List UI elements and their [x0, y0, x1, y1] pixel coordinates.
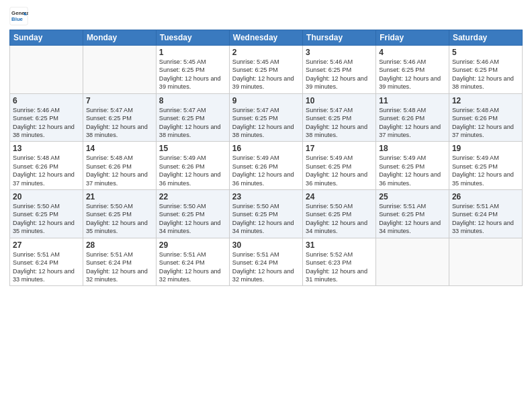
day-number: 26 — [452, 192, 519, 201]
day-info: Sunrise: 5:51 AM Sunset: 6:24 PM Dayligh… — [13, 250, 80, 284]
day-info: Sunrise: 5:48 AM Sunset: 6:26 PM Dayligh… — [379, 106, 446, 140]
day-info: Sunrise: 5:51 AM Sunset: 6:24 PM Dayligh… — [232, 250, 300, 284]
day-number: 11 — [379, 96, 446, 105]
calendar-cell — [83, 46, 156, 94]
day-info: Sunrise: 5:47 AM Sunset: 6:25 PM Dayligh… — [232, 106, 300, 140]
calendar-cell: 18Sunrise: 5:49 AM Sunset: 6:25 PM Dayli… — [376, 142, 449, 190]
calendar-cell: 7Sunrise: 5:47 AM Sunset: 6:25 PM Daylig… — [83, 93, 156, 142]
calendar-cell: 29Sunrise: 5:51 AM Sunset: 6:24 PM Dayli… — [156, 238, 229, 286]
day-number: 7 — [86, 96, 153, 105]
calendar-day-header: Sunday — [10, 30, 83, 46]
calendar-cell: 15Sunrise: 5:49 AM Sunset: 6:26 PM Dayli… — [156, 142, 229, 190]
day-number: 23 — [232, 192, 300, 201]
day-number: 2 — [232, 48, 300, 57]
day-number: 1 — [159, 48, 226, 57]
calendar-cell: 21Sunrise: 5:50 AM Sunset: 6:25 PM Dayli… — [83, 190, 156, 238]
day-number: 28 — [86, 240, 153, 250]
calendar-day-header: Friday — [376, 30, 449, 46]
day-info: Sunrise: 5:50 AM Sunset: 6:25 PM Dayligh… — [306, 202, 373, 236]
day-number: 30 — [232, 240, 300, 250]
calendar-cell: 11Sunrise: 5:48 AM Sunset: 6:26 PM Dayli… — [376, 93, 449, 142]
calendar-cell: 26Sunrise: 5:51 AM Sunset: 6:24 PM Dayli… — [449, 190, 522, 238]
day-info: Sunrise: 5:51 AM Sunset: 6:24 PM Dayligh… — [452, 202, 519, 236]
day-number: 22 — [159, 192, 226, 201]
calendar-cell: 12Sunrise: 5:48 AM Sunset: 6:26 PM Dayli… — [449, 93, 522, 142]
calendar-cell: 17Sunrise: 5:49 AM Sunset: 6:25 PM Dayli… — [303, 142, 376, 190]
day-info: Sunrise: 5:50 AM Sunset: 6:25 PM Dayligh… — [159, 202, 226, 236]
calendar-week-row: 1Sunrise: 5:45 AM Sunset: 6:25 PM Daylig… — [10, 46, 523, 94]
calendar-cell — [376, 238, 449, 286]
day-info: Sunrise: 5:45 AM Sunset: 6:25 PM Dayligh… — [232, 58, 300, 91]
calendar-header-row: SundayMondayTuesdayWednesdayThursdayFrid… — [10, 30, 523, 46]
day-number: 21 — [86, 192, 153, 201]
calendar-week-row: 13Sunrise: 5:48 AM Sunset: 6:26 PM Dayli… — [10, 142, 523, 190]
calendar-cell: 19Sunrise: 5:49 AM Sunset: 6:25 PM Dayli… — [449, 142, 522, 190]
day-info: Sunrise: 5:51 AM Sunset: 6:24 PM Dayligh… — [86, 250, 153, 284]
calendar-week-row: 6Sunrise: 5:46 AM Sunset: 6:25 PM Daylig… — [10, 93, 523, 142]
day-number: 27 — [13, 240, 80, 250]
day-number: 15 — [159, 144, 226, 153]
calendar-cell: 30Sunrise: 5:51 AM Sunset: 6:24 PM Dayli… — [229, 238, 302, 286]
day-number: 17 — [306, 144, 373, 153]
calendar-cell: 23Sunrise: 5:50 AM Sunset: 6:25 PM Dayli… — [229, 190, 302, 238]
day-info: Sunrise: 5:49 AM Sunset: 6:25 PM Dayligh… — [452, 154, 519, 187]
calendar-cell — [10, 46, 83, 94]
day-info: Sunrise: 5:49 AM Sunset: 6:25 PM Dayligh… — [306, 154, 373, 187]
calendar-cell: 20Sunrise: 5:50 AM Sunset: 6:25 PM Dayli… — [10, 190, 83, 238]
calendar-week-row: 20Sunrise: 5:50 AM Sunset: 6:25 PM Dayli… — [10, 190, 523, 238]
svg-text:General: General — [11, 10, 28, 16]
day-number: 19 — [452, 144, 519, 153]
calendar-cell: 2Sunrise: 5:45 AM Sunset: 6:25 PM Daylig… — [229, 46, 302, 94]
calendar-day-header: Tuesday — [156, 30, 229, 46]
day-info: Sunrise: 5:50 AM Sunset: 6:25 PM Dayligh… — [13, 202, 80, 236]
day-number: 16 — [232, 144, 300, 153]
day-number: 24 — [306, 192, 373, 201]
day-info: Sunrise: 5:50 AM Sunset: 6:25 PM Dayligh… — [86, 202, 153, 236]
day-info: Sunrise: 5:52 AM Sunset: 6:23 PM Dayligh… — [306, 250, 373, 284]
calendar-cell: 14Sunrise: 5:48 AM Sunset: 6:26 PM Dayli… — [83, 142, 156, 190]
day-info: Sunrise: 5:50 AM Sunset: 6:25 PM Dayligh… — [232, 202, 300, 236]
day-info: Sunrise: 5:48 AM Sunset: 6:26 PM Dayligh… — [452, 106, 519, 140]
day-info: Sunrise: 5:51 AM Sunset: 6:24 PM Dayligh… — [159, 250, 226, 284]
day-number: 12 — [452, 96, 519, 105]
calendar-cell: 8Sunrise: 5:47 AM Sunset: 6:25 PM Daylig… — [156, 93, 229, 142]
day-number: 9 — [232, 96, 300, 105]
calendar-cell: 4Sunrise: 5:46 AM Sunset: 6:25 PM Daylig… — [376, 46, 449, 94]
calendar-cell: 1Sunrise: 5:45 AM Sunset: 6:25 PM Daylig… — [156, 46, 229, 94]
day-info: Sunrise: 5:48 AM Sunset: 6:26 PM Dayligh… — [86, 154, 153, 187]
calendar-cell: 5Sunrise: 5:46 AM Sunset: 6:25 PM Daylig… — [449, 46, 522, 94]
page: General Blue SundayMondayTuesdayWednesda… — [0, 0, 532, 411]
calendar-day-header: Monday — [83, 30, 156, 46]
day-info: Sunrise: 5:49 AM Sunset: 6:25 PM Dayligh… — [379, 154, 446, 187]
day-info: Sunrise: 5:49 AM Sunset: 6:26 PM Dayligh… — [159, 154, 226, 187]
day-number: 8 — [159, 96, 226, 105]
day-number: 31 — [306, 240, 373, 250]
calendar-cell: 3Sunrise: 5:46 AM Sunset: 6:25 PM Daylig… — [303, 46, 376, 94]
calendar-cell: 6Sunrise: 5:46 AM Sunset: 6:25 PM Daylig… — [10, 93, 83, 142]
calendar-cell — [449, 238, 522, 286]
day-number: 14 — [86, 144, 153, 153]
calendar-week-row: 27Sunrise: 5:51 AM Sunset: 6:24 PM Dayli… — [10, 238, 523, 286]
day-info: Sunrise: 5:51 AM Sunset: 6:25 PM Dayligh… — [379, 202, 446, 236]
calendar-cell: 25Sunrise: 5:51 AM Sunset: 6:25 PM Dayli… — [376, 190, 449, 238]
day-info: Sunrise: 5:46 AM Sunset: 6:25 PM Dayligh… — [379, 58, 446, 91]
calendar-cell: 22Sunrise: 5:50 AM Sunset: 6:25 PM Dayli… — [156, 190, 229, 238]
calendar-day-header: Wednesday — [229, 30, 302, 46]
day-info: Sunrise: 5:46 AM Sunset: 6:25 PM Dayligh… — [452, 58, 519, 91]
calendar-cell: 27Sunrise: 5:51 AM Sunset: 6:24 PM Dayli… — [10, 238, 83, 286]
day-number: 3 — [306, 48, 373, 57]
day-number: 20 — [13, 192, 80, 201]
day-info: Sunrise: 5:49 AM Sunset: 6:26 PM Dayligh… — [232, 154, 300, 187]
day-info: Sunrise: 5:47 AM Sunset: 6:25 PM Dayligh… — [159, 106, 226, 140]
calendar-cell: 24Sunrise: 5:50 AM Sunset: 6:25 PM Dayli… — [303, 190, 376, 238]
calendar-cell: 9Sunrise: 5:47 AM Sunset: 6:25 PM Daylig… — [229, 93, 302, 142]
day-number: 18 — [379, 144, 446, 153]
calendar-cell: 31Sunrise: 5:52 AM Sunset: 6:23 PM Dayli… — [303, 238, 376, 286]
svg-text:Blue: Blue — [11, 16, 24, 22]
day-number: 6 — [13, 96, 80, 105]
day-number: 5 — [452, 48, 519, 57]
day-number: 25 — [379, 192, 446, 201]
day-info: Sunrise: 5:46 AM Sunset: 6:25 PM Dayligh… — [306, 58, 373, 91]
day-number: 4 — [379, 48, 446, 57]
header: General Blue — [9, 7, 523, 26]
